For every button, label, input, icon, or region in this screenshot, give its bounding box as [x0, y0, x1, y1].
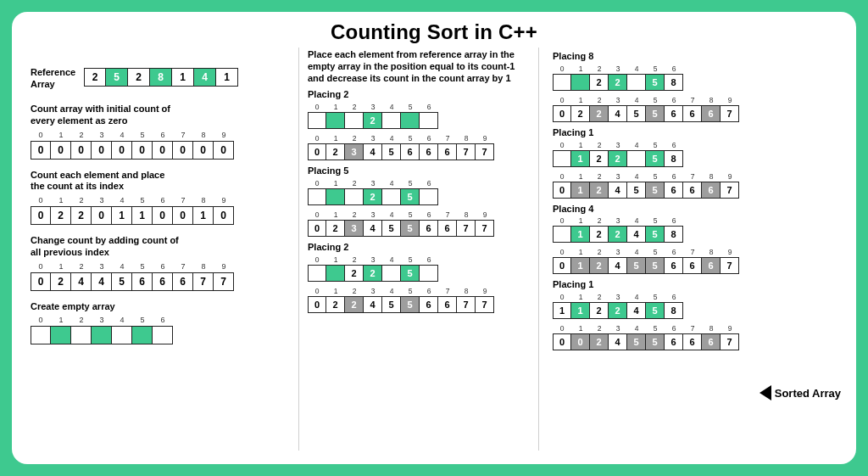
output-array: 0 1 22324 5568: [553, 64, 837, 91]
array-cell: 2: [609, 226, 627, 243]
array-cell: 6: [401, 143, 420, 160]
count-array: 00112234455566768697: [553, 172, 837, 199]
array-cell: 4: [627, 302, 646, 319]
array-cell: 2: [609, 74, 627, 91]
array-cell: 6: [702, 257, 721, 274]
array-cell: 5: [401, 188, 420, 205]
array-cell: 7: [457, 296, 476, 313]
array-cell: 0: [214, 206, 234, 225]
array-cell: [153, 326, 173, 344]
array-cell: 1: [571, 182, 590, 199]
array-cell: [345, 112, 364, 129]
array-cell: 6: [153, 272, 173, 291]
array-cell: 5: [646, 150, 665, 167]
column-1: Reference Array 2528141 Count array with…: [31, 48, 285, 451]
array-cell: 7: [721, 105, 739, 122]
reference-array-label: Reference Array: [31, 67, 75, 91]
array-cell: 7: [193, 272, 214, 291]
array-cell: [382, 112, 401, 129]
count-array: 00122234455566768697: [553, 96, 837, 122]
array-cell: 6: [665, 257, 683, 274]
array-cell: 2: [51, 206, 71, 225]
array-cell: [420, 188, 438, 205]
array-cell: 1: [112, 206, 132, 225]
array-cell: 7: [457, 220, 476, 237]
array-cell: 4: [71, 272, 92, 291]
array-cell: 1: [553, 302, 571, 319]
array-cell: 5: [646, 226, 665, 243]
array-cell: 5: [382, 143, 401, 160]
array-cell: 7: [721, 333, 739, 350]
array-cell: 6: [702, 105, 721, 122]
array-cell: 6: [702, 333, 721, 350]
array-cell: [553, 74, 571, 91]
array-cell: 1: [216, 68, 238, 87]
step4-caption: Create empty array: [31, 301, 285, 313]
columns: Reference Array 2528141 Count array with…: [31, 48, 837, 451]
array-cell: 0: [112, 141, 132, 160]
placing-label: Placing 5: [308, 165, 530, 177]
array-cell: 1: [172, 68, 194, 87]
array-cell: 7: [476, 296, 494, 313]
output-array: 0 112232445568: [553, 216, 837, 243]
array-cell: 6: [683, 257, 702, 274]
array-cell: 2: [590, 333, 609, 350]
array-cell: 5: [106, 68, 128, 87]
array-cell: 6: [702, 182, 721, 199]
array-cell: 0: [553, 333, 571, 350]
array-cell: 5: [646, 74, 665, 91]
array-cell: 5: [382, 296, 401, 313]
array-cell: [420, 112, 438, 129]
array-cell: 2: [345, 265, 364, 282]
output-array: 0 1 22324 556: [308, 255, 530, 282]
array-cell: 5: [401, 220, 420, 237]
array-cell: [71, 326, 92, 344]
array-cell: [571, 74, 590, 91]
column-3: Placing 80 1 22324 556800122234455566768…: [553, 48, 837, 451]
array-cell: 2: [609, 302, 627, 319]
array-cell: 2: [590, 182, 609, 199]
array-cell: 8: [665, 150, 683, 167]
array-cell: 0: [153, 206, 173, 225]
array-cell: [112, 326, 132, 344]
array-cell: 4: [627, 226, 646, 243]
array-cell: 4: [194, 68, 216, 87]
count-array: 00122334455666768797: [308, 134, 530, 160]
array-cell: 2: [364, 112, 382, 129]
array-cell: 0: [92, 141, 112, 160]
array-cell: 4: [609, 257, 627, 274]
array-cell: 0: [31, 206, 51, 225]
array-cell: 0: [571, 333, 590, 350]
array-cell: 0: [308, 220, 326, 237]
array-cell: 0: [71, 141, 92, 160]
array-cell: 4: [609, 105, 627, 122]
array-cell: 4: [364, 143, 382, 160]
array-cell: 6: [132, 272, 153, 291]
placing-label: Placing 2: [308, 242, 530, 254]
array-cell: 5: [646, 302, 665, 319]
array-cell: 2: [326, 220, 345, 237]
array-cell: 4: [364, 296, 382, 313]
array-cell: 7: [457, 143, 476, 160]
array-cell: 6: [683, 105, 702, 122]
count-array: 00122334455566768797: [308, 210, 530, 237]
array-cell: 6: [173, 272, 193, 291]
step2-caption: Count each element and place the count a…: [31, 170, 285, 193]
array-cell: 5: [401, 296, 420, 313]
array-cell: 5: [646, 333, 665, 350]
array-cell: 7: [214, 272, 234, 291]
array-cell: [345, 188, 364, 205]
array-cell: 0: [132, 141, 153, 160]
array-cell: 0: [553, 257, 571, 274]
array-cell: 3: [345, 143, 364, 160]
array-cell: 8: [665, 74, 683, 91]
array-cell: 5: [646, 182, 665, 199]
array-cell: 0: [553, 105, 571, 122]
array-cell: 0: [92, 206, 112, 225]
array-cell: 4: [609, 333, 627, 350]
array-cell: 2: [590, 302, 609, 319]
page-title: Counting Sort in C++: [31, 20, 837, 44]
array-cell: 6: [438, 143, 457, 160]
array-cell: [382, 188, 401, 205]
array-cell: [553, 150, 571, 167]
